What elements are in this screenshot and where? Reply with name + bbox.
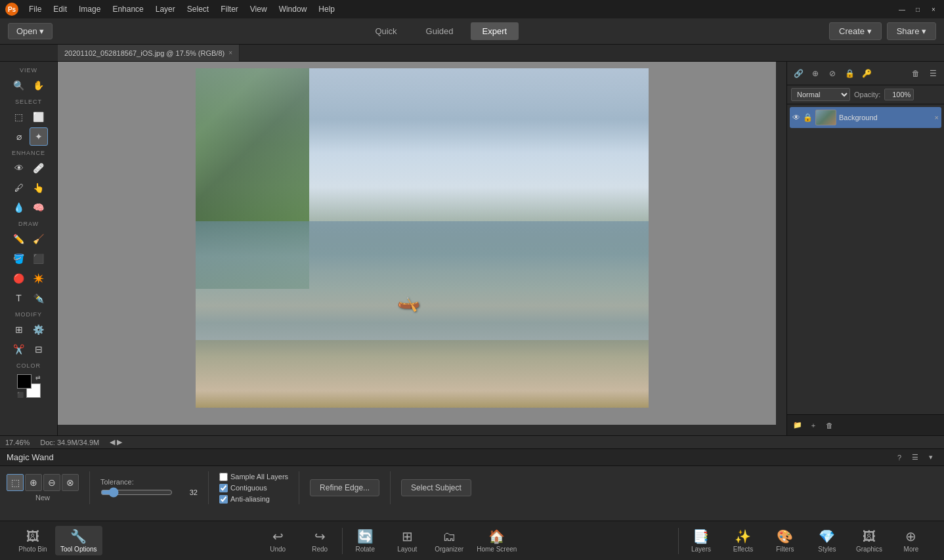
layer-filter-button[interactable]: ⊘ [825,66,840,81]
default-colors-button[interactable]: ⬛ [17,392,24,398]
layers-panel-button[interactable]: 📑 Layers [681,526,721,555]
create-button[interactable]: Create ▾ [829,22,882,40]
transform-tool[interactable]: ⚙️ [30,320,48,339]
brush-tool[interactable]: ✏️ [10,230,28,248]
share-button[interactable]: Share ▾ [887,22,936,40]
rotate-button[interactable]: 🔄 Rotate [345,526,385,555]
layer-link-button[interactable]: 🔗 [791,66,805,81]
blur-tool[interactable]: 👆 [30,179,48,197]
marquee-tool-2[interactable]: ⬜ [30,108,48,126]
maximize-button[interactable]: □ [912,4,923,14]
sel-subtract-button[interactable]: ⊖ [43,474,60,491]
layer-merge-button[interactable]: ⊕ [808,66,823,81]
guided-mode-button[interactable]: Guided [414,22,465,40]
tool-options-button[interactable]: 🔧 Tool Options [55,526,102,555]
layer-item-background[interactable]: 👁 🔒 Background × [790,107,941,128]
lasso-tool[interactable]: ⌀ [10,127,28,146]
smudge-tool[interactable]: 🧠 [30,198,48,217]
menu-window[interactable]: Window [274,3,312,15]
tool-help-button[interactable]: ? [893,451,906,464]
select-subject-button[interactable]: Select Subject [401,479,471,496]
layer-lock-button[interactable]: 🔒 [842,66,857,81]
layer-remove-icon[interactable]: × [935,114,939,121]
nav-arrows[interactable]: ◀ ▶ [110,438,122,446]
layer-lock-icon[interactable]: 🔒 [803,113,813,122]
close-button[interactable]: × [928,4,939,14]
menu-image[interactable]: Image [74,3,106,15]
crop-tool[interactable]: ⊞ [10,320,28,339]
healing-tool[interactable]: 🩹 [30,159,48,177]
home-screen-button[interactable]: 🏠 Home Screen [471,526,522,555]
redo-button[interactable]: ↪ Redo [300,526,339,555]
foreground-color-swatch[interactable] [17,374,32,389]
expert-mode-button[interactable]: Expert [471,22,519,40]
eraser-tool[interactable]: 🧹 [30,230,48,248]
menu-file[interactable]: File [24,3,47,15]
menu-view[interactable]: View [245,3,272,15]
draw-tool-row-1: ✏️ 🧹 [3,230,54,248]
canvas-area[interactable]: 🛶 [58,62,786,435]
filters-panel-button[interactable]: 🎨 Filters [765,526,805,555]
hand-tool[interactable]: ✋ [30,76,48,95]
colorizer-tool[interactable]: ✴️ [30,269,48,288]
tool-list-button[interactable]: ☰ [909,451,922,464]
clone-tool[interactable]: 🖋 [10,179,28,197]
menu-help[interactable]: Help [313,3,340,15]
tool-expand-button[interactable]: ▾ [924,451,937,464]
photo-bin-button[interactable]: 🖼 Photo Bin [13,527,53,555]
menu-layer[interactable]: Layer [150,3,181,15]
minimize-button[interactable]: — [897,4,907,14]
swap-colors-button[interactable]: ⇄ [35,374,41,381]
effects-panel-button[interactable]: ✨ Effects [723,526,763,555]
refine-edge-button[interactable]: Refine Edge... [310,479,379,496]
contiguous-checkbox[interactable] [219,484,228,492]
open-button[interactable]: Open ▾ [8,23,53,39]
layout-label: Layout [397,546,417,553]
more-panel-button[interactable]: ⊕ More [891,526,931,555]
gradient-tool[interactable]: ⬛ [30,249,48,268]
v-scrollbar[interactable] [776,62,786,425]
sample-all-checkbox[interactable] [219,473,228,481]
new-group-button[interactable]: 📁 [791,419,804,432]
text-tool[interactable]: T [10,289,28,307]
opacity-input[interactable] [884,89,914,100]
undo-label: Undo [270,546,286,553]
move-tool[interactable]: ✂️ [10,340,28,358]
layer-delete-button[interactable]: 🗑 [909,66,923,81]
recompose-tool[interactable]: ⊟ [30,340,48,358]
tolerance-slider[interactable] [100,487,173,498]
marquee-tool[interactable]: ⬚ [10,108,28,126]
paint-bucket-tool[interactable]: 🪣 [10,249,28,268]
canvas-image[interactable]: 🛶 [196,68,649,408]
layer-visibility-icon[interactable]: 👁 [792,113,800,122]
sel-intersect-button[interactable]: ⊗ [62,474,79,491]
blend-mode-select[interactable]: Normal [791,88,850,101]
eyedropper-tool[interactable]: 🔴 [10,269,28,288]
layer-lock2-button[interactable]: 🔑 [859,66,874,81]
delete-layer-button[interactable]: 🗑 [823,419,836,432]
tab-close-button[interactable]: × [228,49,232,56]
file-tab[interactable]: 20201102_052818567_iOS.jpg @ 17.5% (RGB/… [58,45,240,61]
pencil-tool[interactable]: ✒️ [30,289,48,307]
magic-wand-tool[interactable]: ✦ [30,127,48,146]
styles-panel-button[interactable]: 💎 Styles [807,526,847,555]
menu-filter[interactable]: Filter [215,3,244,15]
sel-new-button[interactable]: ⬚ [7,474,24,491]
sel-add-button[interactable]: ⊕ [25,474,42,491]
menu-enhance[interactable]: Enhance [107,3,148,15]
layer-menu-button[interactable]: ☰ [926,66,940,81]
dropper-tool[interactable]: 💧 [10,198,28,217]
zoom-tool[interactable]: 🔍 [10,76,28,95]
undo-button[interactable]: ↩ Undo [258,526,297,555]
h-scrollbar[interactable] [58,425,776,435]
menu-edit[interactable]: Edit [48,3,72,15]
eye-tool[interactable]: 👁 [10,159,28,177]
layout-button[interactable]: ⊞ Layout [387,526,427,555]
quick-mode-button[interactable]: Quick [363,22,408,40]
anti-alias-checkbox[interactable] [219,495,228,504]
graphics-panel-button[interactable]: 🖼 Graphics [849,527,889,555]
new-layer-button[interactable]: + [807,419,820,432]
kayak-figure: 🛶 [397,291,420,312]
organizer-button[interactable]: 🗂 Organizer [429,527,469,555]
menu-select[interactable]: Select [182,3,214,15]
